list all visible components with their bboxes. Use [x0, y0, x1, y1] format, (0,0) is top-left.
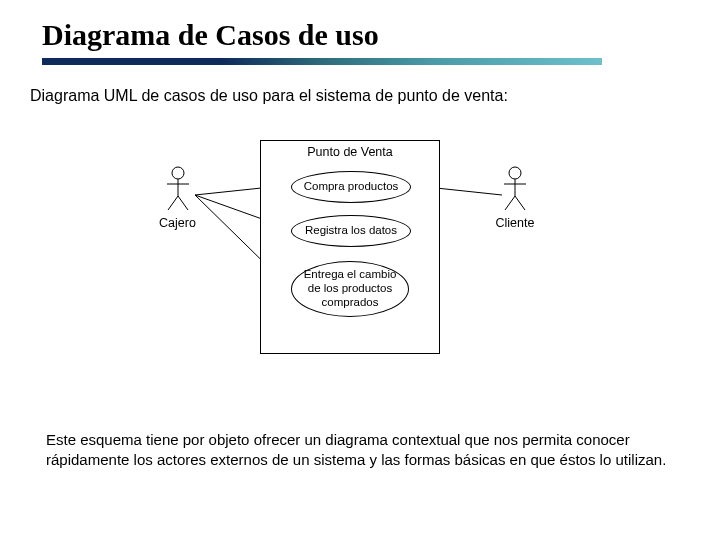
- usecase-registra-datos: Registra los datos: [291, 215, 411, 247]
- title-underline: [42, 58, 602, 65]
- usecase-compra-productos: Compra productos: [291, 171, 411, 203]
- page-subtitle: Diagrama UML de casos de uso para el sis…: [0, 65, 720, 105]
- actor-icon: [163, 166, 193, 212]
- description-paragraph: Este esquema tiene por objeto ofrecer un…: [46, 430, 680, 471]
- actor-cliente: Cliente: [480, 166, 550, 230]
- svg-line-13: [515, 196, 525, 210]
- page-title: Diagrama de Casos de uso: [0, 0, 720, 52]
- svg-line-8: [178, 196, 188, 210]
- system-boundary: Punto de Venta Compra productos Registra…: [260, 140, 440, 354]
- actor-label: Cajero: [140, 216, 215, 230]
- svg-line-7: [168, 196, 178, 210]
- svg-point-4: [172, 167, 184, 179]
- svg-line-12: [505, 196, 515, 210]
- svg-point-9: [509, 167, 521, 179]
- system-title: Punto de Venta: [261, 145, 439, 159]
- actor-label: Cliente: [480, 216, 550, 230]
- use-case-diagram: Punto de Venta Compra productos Registra…: [140, 140, 550, 360]
- actor-cajero: Cajero: [140, 166, 215, 230]
- actor-icon: [500, 166, 530, 212]
- usecase-entrega-cambio: Entrega el cambio de los productos compr…: [291, 261, 409, 317]
